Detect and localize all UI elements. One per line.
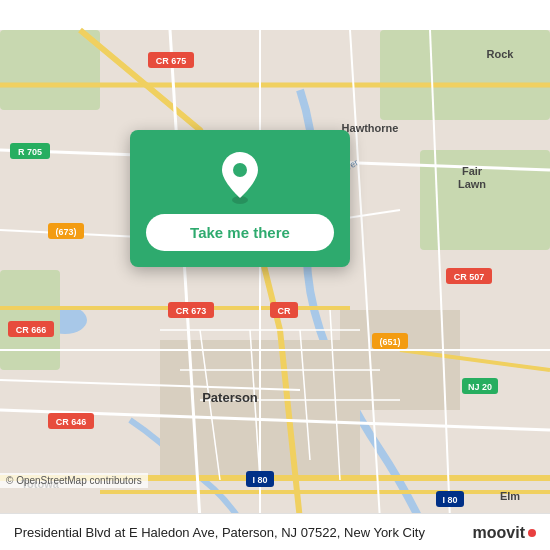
svg-text:Elm: Elm <box>500 490 520 502</box>
svg-text:Fair: Fair <box>462 165 483 177</box>
svg-text:CR 507: CR 507 <box>454 272 485 282</box>
svg-text:I 80: I 80 <box>442 495 457 505</box>
svg-text:R 705: R 705 <box>18 147 42 157</box>
svg-text:I 80: I 80 <box>252 475 267 485</box>
copyright-text: © OpenStreetMap contributors <box>6 475 142 486</box>
svg-text:CR: CR <box>278 306 291 316</box>
moovit-logo: moovit <box>473 524 536 542</box>
svg-text:Rock: Rock <box>487 48 515 60</box>
copyright-bar: © OpenStreetMap contributors <box>0 473 148 488</box>
svg-text:(651): (651) <box>379 337 400 347</box>
address-line: Presidential Blvd at E Haledon Ave, Pate… <box>14 524 473 542</box>
svg-text:Paterson: Paterson <box>202 390 258 405</box>
svg-text:CR 666: CR 666 <box>16 325 47 335</box>
svg-rect-3 <box>380 30 550 120</box>
location-card: Take me there <box>130 130 350 267</box>
moovit-dot <box>528 529 536 537</box>
svg-point-62 <box>233 163 247 177</box>
pin-icon <box>218 150 262 204</box>
map-background: CR 675 R 705 (673) CR 673 CR CR 666 CR 6… <box>0 0 550 550</box>
map-container: CR 675 R 705 (673) CR 673 CR CR 666 CR 6… <box>0 0 550 550</box>
bottom-bar: Presidential Blvd at E Haledon Ave, Pate… <box>0 513 550 550</box>
svg-text:NJ 20: NJ 20 <box>468 382 492 392</box>
take-me-there-button[interactable]: Take me there <box>146 214 334 251</box>
svg-rect-2 <box>0 30 100 110</box>
svg-rect-4 <box>0 270 60 370</box>
svg-text:CR 646: CR 646 <box>56 417 87 427</box>
svg-text:CR 675: CR 675 <box>156 56 187 66</box>
bottom-content: Presidential Blvd at E Haledon Ave, Pate… <box>14 524 536 542</box>
svg-text:(673): (673) <box>55 227 76 237</box>
moovit-text: moovit <box>473 524 525 542</box>
svg-text:Lawn: Lawn <box>458 178 486 190</box>
svg-text:CR 673: CR 673 <box>176 306 207 316</box>
svg-text:Hawthorne: Hawthorne <box>342 122 399 134</box>
